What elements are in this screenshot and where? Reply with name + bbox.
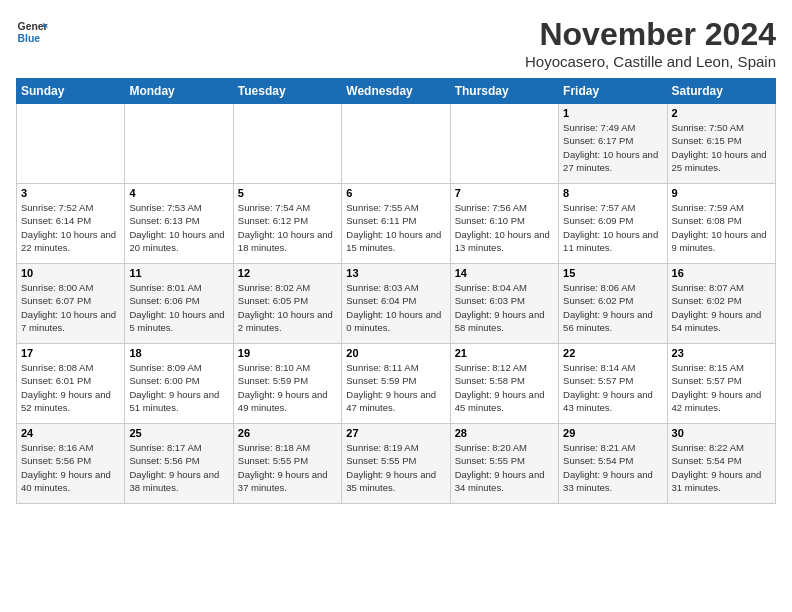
- calendar-cell: [125, 104, 233, 184]
- day-number: 22: [563, 347, 662, 359]
- calendar-cell: 1Sunrise: 7:49 AM Sunset: 6:17 PM Daylig…: [559, 104, 667, 184]
- calendar-cell: 23Sunrise: 8:15 AM Sunset: 5:57 PM Dayli…: [667, 344, 775, 424]
- calendar-cell: 17Sunrise: 8:08 AM Sunset: 6:01 PM Dayli…: [17, 344, 125, 424]
- calendar-cell: 7Sunrise: 7:56 AM Sunset: 6:10 PM Daylig…: [450, 184, 558, 264]
- day-info: Sunrise: 8:16 AM Sunset: 5:56 PM Dayligh…: [21, 441, 120, 494]
- day-number: 19: [238, 347, 337, 359]
- day-number: 3: [21, 187, 120, 199]
- calendar-cell: 16Sunrise: 8:07 AM Sunset: 6:02 PM Dayli…: [667, 264, 775, 344]
- calendar-cell: 20Sunrise: 8:11 AM Sunset: 5:59 PM Dayli…: [342, 344, 450, 424]
- day-info: Sunrise: 8:08 AM Sunset: 6:01 PM Dayligh…: [21, 361, 120, 414]
- calendar-week-row: 24Sunrise: 8:16 AM Sunset: 5:56 PM Dayli…: [17, 424, 776, 504]
- calendar-cell: 22Sunrise: 8:14 AM Sunset: 5:57 PM Dayli…: [559, 344, 667, 424]
- calendar-table: SundayMondayTuesdayWednesdayThursdayFrid…: [16, 78, 776, 504]
- calendar-cell: [342, 104, 450, 184]
- calendar-cell: 27Sunrise: 8:19 AM Sunset: 5:55 PM Dayli…: [342, 424, 450, 504]
- day-info: Sunrise: 8:10 AM Sunset: 5:59 PM Dayligh…: [238, 361, 337, 414]
- day-info: Sunrise: 8:11 AM Sunset: 5:59 PM Dayligh…: [346, 361, 445, 414]
- weekday-header-sunday: Sunday: [17, 79, 125, 104]
- calendar-cell: 18Sunrise: 8:09 AM Sunset: 6:00 PM Dayli…: [125, 344, 233, 424]
- weekday-header-monday: Monday: [125, 79, 233, 104]
- day-number: 7: [455, 187, 554, 199]
- day-number: 13: [346, 267, 445, 279]
- calendar-cell: 29Sunrise: 8:21 AM Sunset: 5:54 PM Dayli…: [559, 424, 667, 504]
- day-info: Sunrise: 8:09 AM Sunset: 6:00 PM Dayligh…: [129, 361, 228, 414]
- calendar-header-row: SundayMondayTuesdayWednesdayThursdayFrid…: [17, 79, 776, 104]
- calendar-cell: 12Sunrise: 8:02 AM Sunset: 6:05 PM Dayli…: [233, 264, 341, 344]
- day-info: Sunrise: 8:22 AM Sunset: 5:54 PM Dayligh…: [672, 441, 771, 494]
- day-info: Sunrise: 8:21 AM Sunset: 5:54 PM Dayligh…: [563, 441, 662, 494]
- day-number: 18: [129, 347, 228, 359]
- weekday-header-tuesday: Tuesday: [233, 79, 341, 104]
- day-number: 8: [563, 187, 662, 199]
- day-number: 23: [672, 347, 771, 359]
- weekday-header-saturday: Saturday: [667, 79, 775, 104]
- day-info: Sunrise: 7:55 AM Sunset: 6:11 PM Dayligh…: [346, 201, 445, 254]
- day-number: 27: [346, 427, 445, 439]
- day-number: 6: [346, 187, 445, 199]
- day-info: Sunrise: 7:56 AM Sunset: 6:10 PM Dayligh…: [455, 201, 554, 254]
- svg-text:Blue: Blue: [18, 33, 41, 44]
- calendar-cell: 30Sunrise: 8:22 AM Sunset: 5:54 PM Dayli…: [667, 424, 775, 504]
- day-info: Sunrise: 8:00 AM Sunset: 6:07 PM Dayligh…: [21, 281, 120, 334]
- day-number: 30: [672, 427, 771, 439]
- calendar-cell: [17, 104, 125, 184]
- day-number: 11: [129, 267, 228, 279]
- day-info: Sunrise: 8:20 AM Sunset: 5:55 PM Dayligh…: [455, 441, 554, 494]
- day-number: 5: [238, 187, 337, 199]
- day-number: 21: [455, 347, 554, 359]
- day-number: 4: [129, 187, 228, 199]
- day-info: Sunrise: 8:19 AM Sunset: 5:55 PM Dayligh…: [346, 441, 445, 494]
- calendar-cell: 3Sunrise: 7:52 AM Sunset: 6:14 PM Daylig…: [17, 184, 125, 264]
- day-number: 10: [21, 267, 120, 279]
- day-info: Sunrise: 7:52 AM Sunset: 6:14 PM Dayligh…: [21, 201, 120, 254]
- calendar-week-row: 3Sunrise: 7:52 AM Sunset: 6:14 PM Daylig…: [17, 184, 776, 264]
- calendar-cell: 24Sunrise: 8:16 AM Sunset: 5:56 PM Dayli…: [17, 424, 125, 504]
- day-number: 29: [563, 427, 662, 439]
- day-number: 9: [672, 187, 771, 199]
- logo-icon: General Blue: [16, 16, 48, 48]
- day-info: Sunrise: 7:50 AM Sunset: 6:15 PM Dayligh…: [672, 121, 771, 174]
- day-info: Sunrise: 8:07 AM Sunset: 6:02 PM Dayligh…: [672, 281, 771, 334]
- page-header: General Blue November 2024 Hoyocasero, C…: [16, 16, 776, 70]
- day-number: 17: [21, 347, 120, 359]
- day-info: Sunrise: 7:59 AM Sunset: 6:08 PM Dayligh…: [672, 201, 771, 254]
- day-info: Sunrise: 8:04 AM Sunset: 6:03 PM Dayligh…: [455, 281, 554, 334]
- calendar-cell: 10Sunrise: 8:00 AM Sunset: 6:07 PM Dayli…: [17, 264, 125, 344]
- day-info: Sunrise: 7:49 AM Sunset: 6:17 PM Dayligh…: [563, 121, 662, 174]
- day-info: Sunrise: 8:01 AM Sunset: 6:06 PM Dayligh…: [129, 281, 228, 334]
- calendar-cell: 26Sunrise: 8:18 AM Sunset: 5:55 PM Dayli…: [233, 424, 341, 504]
- logo: General Blue: [16, 16, 48, 48]
- weekday-header-thursday: Thursday: [450, 79, 558, 104]
- day-number: 26: [238, 427, 337, 439]
- calendar-week-row: 17Sunrise: 8:08 AM Sunset: 6:01 PM Dayli…: [17, 344, 776, 424]
- day-info: Sunrise: 8:14 AM Sunset: 5:57 PM Dayligh…: [563, 361, 662, 414]
- day-number: 1: [563, 107, 662, 119]
- calendar-cell: [233, 104, 341, 184]
- calendar-cell: 21Sunrise: 8:12 AM Sunset: 5:58 PM Dayli…: [450, 344, 558, 424]
- title-block: November 2024 Hoyocasero, Castille and L…: [525, 16, 776, 70]
- calendar-cell: 8Sunrise: 7:57 AM Sunset: 6:09 PM Daylig…: [559, 184, 667, 264]
- calendar-cell: 14Sunrise: 8:04 AM Sunset: 6:03 PM Dayli…: [450, 264, 558, 344]
- calendar-cell: 11Sunrise: 8:01 AM Sunset: 6:06 PM Dayli…: [125, 264, 233, 344]
- weekday-header-wednesday: Wednesday: [342, 79, 450, 104]
- day-number: 16: [672, 267, 771, 279]
- day-number: 2: [672, 107, 771, 119]
- day-info: Sunrise: 8:12 AM Sunset: 5:58 PM Dayligh…: [455, 361, 554, 414]
- day-info: Sunrise: 7:54 AM Sunset: 6:12 PM Dayligh…: [238, 201, 337, 254]
- day-info: Sunrise: 8:02 AM Sunset: 6:05 PM Dayligh…: [238, 281, 337, 334]
- calendar-cell: 15Sunrise: 8:06 AM Sunset: 6:02 PM Dayli…: [559, 264, 667, 344]
- calendar-week-row: 1Sunrise: 7:49 AM Sunset: 6:17 PM Daylig…: [17, 104, 776, 184]
- calendar-cell: 9Sunrise: 7:59 AM Sunset: 6:08 PM Daylig…: [667, 184, 775, 264]
- day-info: Sunrise: 7:57 AM Sunset: 6:09 PM Dayligh…: [563, 201, 662, 254]
- calendar-cell: 6Sunrise: 7:55 AM Sunset: 6:11 PM Daylig…: [342, 184, 450, 264]
- calendar-cell: 25Sunrise: 8:17 AM Sunset: 5:56 PM Dayli…: [125, 424, 233, 504]
- month-title: November 2024: [525, 16, 776, 53]
- day-info: Sunrise: 7:53 AM Sunset: 6:13 PM Dayligh…: [129, 201, 228, 254]
- day-number: 12: [238, 267, 337, 279]
- day-number: 15: [563, 267, 662, 279]
- calendar-cell: 2Sunrise: 7:50 AM Sunset: 6:15 PM Daylig…: [667, 104, 775, 184]
- day-number: 24: [21, 427, 120, 439]
- calendar-cell: 13Sunrise: 8:03 AM Sunset: 6:04 PM Dayli…: [342, 264, 450, 344]
- calendar-cell: 5Sunrise: 7:54 AM Sunset: 6:12 PM Daylig…: [233, 184, 341, 264]
